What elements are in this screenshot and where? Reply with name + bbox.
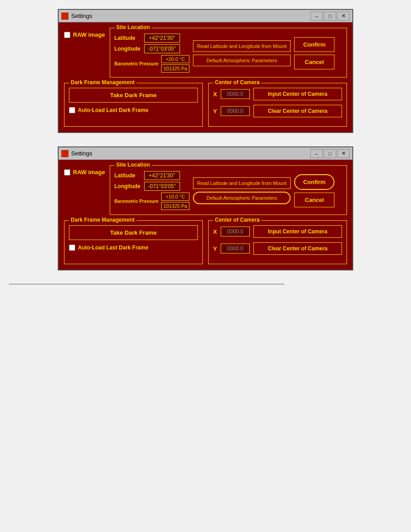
auto-load-row-2: Auto-Load Last Dark Frame (69, 245, 198, 251)
lat-lon-block-1: Latitude +42°21'30" Longitude -071°03'05… (115, 34, 190, 73)
minimize-btn-2[interactable]: – (310, 149, 323, 158)
top-row-1: RAW image Site Location Latitude +42°21'… (64, 28, 347, 77)
svg-rect-0 (62, 13, 68, 19)
y-label-1: Y (213, 108, 217, 115)
raw-image-section-1: RAW image (64, 28, 105, 38)
close-btn-1[interactable]: ✕ (337, 12, 350, 21)
page-divider (9, 284, 284, 284)
raw-image-checkbox-1[interactable] (64, 32, 70, 38)
window-content-2: RAW image Site Location Latitude +42°21'… (59, 160, 352, 270)
latitude-row-2: Latitude +42°21'30" (115, 171, 190, 180)
auto-load-checkbox-2[interactable] (69, 245, 75, 251)
read-mount-btn-1[interactable]: Read Latitude and Longitude from Mount (193, 40, 291, 52)
auto-load-row-1: Auto-Load Last Dark Frame (69, 107, 198, 113)
x-row-1: X Input Center of Camera (213, 88, 342, 100)
longitude-value-1: -071°03'05" (144, 44, 180, 53)
camera-center-group-2: Center of Camera X Input Center of Camer… (208, 220, 347, 264)
site-location-group-1: Site Location Latitude +42°21'30" Longit… (110, 28, 347, 77)
cancel-btn-2[interactable]: Cancel (294, 193, 334, 207)
title-bar-1: Settings – □ ✕ (59, 10, 352, 22)
window-title-1: Settings (71, 13, 310, 19)
bottom-section-2: Dark Frame Management Take Dark Frame Au… (64, 220, 347, 264)
temp-pressure-row-2: Barometric Pressure +10.0 °C 101325 Pa (115, 193, 190, 210)
latitude-row-1: Latitude +42°21'30" (115, 34, 190, 43)
camera-center-label-1: Center of Camera (213, 79, 261, 86)
middle-col-1: Read Latitude and Longitude from Mount D… (193, 34, 291, 73)
auto-load-checkbox-1[interactable] (69, 107, 75, 113)
longitude-label-1: Longitude (115, 46, 141, 52)
auto-load-label-2: Auto-Load Last Dark Frame (78, 245, 148, 251)
y-label-2: Y (213, 245, 217, 252)
latitude-value-2: +42°21'30" (144, 171, 180, 180)
dark-frame-label-2: Dark Frame Management (69, 217, 137, 223)
confirm-btn-1[interactable]: Confirm (294, 37, 334, 52)
svg-rect-1 (62, 151, 68, 156)
settings-window-2: Settings – □ ✕ RAW image Site Location (58, 146, 353, 270)
baro-label-1: Barometric Pressure (115, 61, 158, 66)
confirm-btn-2[interactable]: Confirm (294, 174, 334, 190)
maximize-btn-1[interactable]: □ (324, 12, 336, 21)
x-row-2: X Input Center of Camera (213, 225, 342, 238)
title-bar-2: Settings – □ ✕ (59, 147, 352, 160)
window-content-1: RAW image Site Location Latitude +42°21'… (59, 22, 352, 132)
raw-image-checkbox-2[interactable] (64, 169, 70, 176)
input-center-btn-1[interactable]: Input Center of Camera (253, 88, 342, 100)
middle-col-2: Read Latitude and Longitude from Mount D… (193, 171, 291, 210)
temp-pressure-row-1: Barometric Pressure +20.0 °C 101325 Pa (115, 55, 190, 73)
bottom-section-1: Dark Frame Management Take Dark Frame Au… (64, 83, 347, 127)
default-atm-btn-2[interactable]: Default Atmospheric Parameters (193, 192, 291, 204)
take-dark-btn-2[interactable]: Take Dark Frame (69, 225, 198, 240)
camera-center-group-1: Center of Camera X Input Center of Camer… (208, 83, 347, 127)
y-input-2[interactable] (221, 244, 250, 253)
y-input-1[interactable] (221, 106, 250, 116)
maximize-btn-2[interactable]: □ (324, 149, 336, 158)
right-col-1: Confirm Cancel (294, 34, 334, 73)
latitude-label-1: Latitude (115, 35, 141, 41)
clear-center-btn-2[interactable]: Clear Center of Camera (253, 242, 342, 255)
minimize-btn-1[interactable]: – (310, 12, 323, 21)
settings-window-1: Settings – □ ✕ RAW image Site Location (58, 9, 353, 133)
site-location-label-2: Site Location (115, 162, 152, 168)
dark-frame-group-1: Dark Frame Management Take Dark Frame Au… (64, 83, 203, 127)
auto-load-label-1: Auto-Load Last Dark Frame (78, 107, 148, 113)
dark-frame-label-1: Dark Frame Management (69, 79, 137, 86)
lat-lon-block-2: Latitude +42°21'30" Longitude -071°03'05… (115, 171, 190, 210)
cancel-btn-1[interactable]: Cancel (294, 55, 334, 69)
x-input-2[interactable] (221, 227, 250, 236)
site-location-group-2: Site Location Latitude +42°21'30" Longit… (110, 165, 347, 215)
x-label-1: X (213, 91, 217, 98)
longitude-value-2: -071°03'05" (144, 182, 180, 191)
longitude-row-1: Longitude -071°03'05" (115, 44, 190, 53)
right-col-2: Confirm Cancel (294, 171, 334, 210)
site-location-label-1: Site Location (115, 24, 152, 30)
latitude-label-2: Latitude (115, 172, 141, 179)
pressure-value-1: 101325 Pa (161, 64, 189, 73)
app-icon-1 (61, 13, 68, 20)
temp-value-2: +10.0 °C (161, 193, 189, 201)
longitude-row-2: Longitude -071°03'05" (115, 182, 190, 191)
longitude-label-2: Longitude (115, 183, 141, 189)
site-location-inner-1: Latitude +42°21'30" Longitude -071°03'05… (115, 34, 342, 73)
window-title-2: Settings (71, 150, 310, 157)
take-dark-btn-1[interactable]: Take Dark Frame (69, 88, 198, 103)
close-btn-2[interactable]: ✕ (337, 149, 350, 158)
pressure-value-2: 101325 Pa (161, 202, 189, 210)
latitude-value-1: +42°21'30" (144, 34, 180, 43)
window-controls-1: – □ ✕ (310, 12, 350, 21)
y-row-2: Y Clear Center of Camera (213, 242, 342, 255)
camera-center-label-2: Center of Camera (213, 217, 261, 223)
default-atm-btn-1[interactable]: Default Atmospheric Parameters (193, 55, 291, 66)
x-label-2: X (213, 228, 217, 235)
input-center-btn-2[interactable]: Input Center of Camera (253, 225, 342, 238)
read-mount-btn-2[interactable]: Read Latitude and Longitude from Mount (193, 177, 291, 189)
top-row-2: RAW image Site Location Latitude +42°21'… (64, 165, 347, 215)
x-input-1[interactable] (221, 89, 250, 99)
window-controls-2: – □ ✕ (310, 149, 350, 158)
dark-frame-group-2: Dark Frame Management Take Dark Frame Au… (64, 220, 203, 264)
site-location-inner-2: Latitude +42°21'30" Longitude -071°03'05… (115, 171, 342, 210)
app-icon-2 (61, 150, 68, 157)
clear-center-btn-1[interactable]: Clear Center of Camera (253, 105, 342, 117)
baro-label-2: Barometric Pressure (115, 199, 158, 204)
raw-image-label-2: RAW image (73, 169, 105, 176)
y-row-1: Y Clear Center of Camera (213, 105, 342, 117)
